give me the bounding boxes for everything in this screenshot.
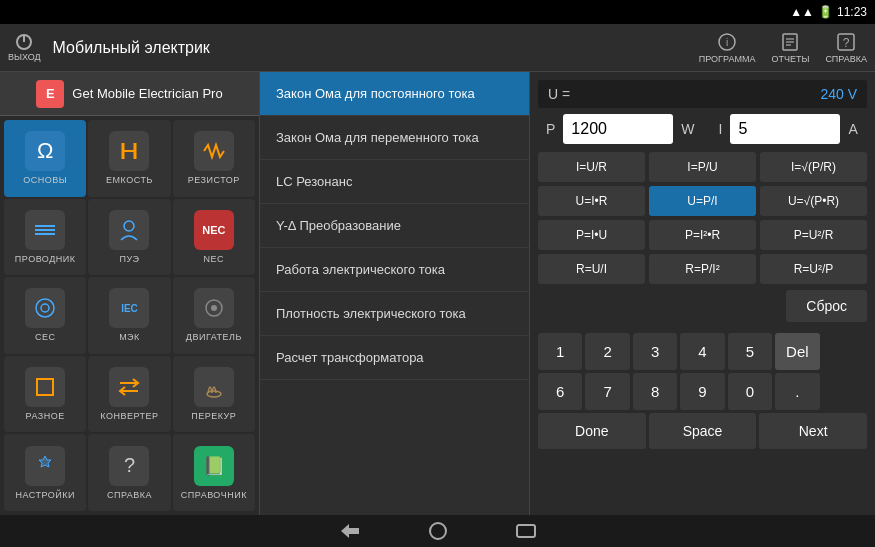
perekur-icon — [194, 367, 234, 407]
program-label: ПРОГРАММА — [699, 54, 756, 64]
i-input[interactable] — [730, 114, 840, 144]
exit-button[interactable]: ВЫХОД — [8, 33, 41, 62]
formula-uir[interactable]: U=I•R — [538, 186, 645, 216]
svg-rect-21 — [37, 379, 53, 395]
done-button[interactable]: Done — [538, 413, 646, 449]
time-display: 11:23 — [837, 5, 867, 19]
grid-item-nec[interactable]: NEC NEC — [173, 199, 255, 276]
w-label: W — [681, 121, 694, 137]
dot-button[interactable]: . — [775, 373, 819, 410]
mek-label: МЭК — [119, 332, 140, 342]
grid-item-nastroyki[interactable]: НАСТРОЙКИ — [4, 434, 86, 511]
formula-ipu[interactable]: I=P/U — [649, 152, 756, 182]
formula-upi[interactable]: U=P/I — [649, 186, 756, 216]
back-icon — [339, 522, 361, 540]
numpad-bottom: Done Space Next — [538, 413, 867, 449]
konverter-label: КОНВЕРТЕР — [100, 411, 158, 421]
grid-item-osnovy[interactable]: Ω ОСНОВЫ — [4, 120, 86, 197]
home-icon — [428, 521, 448, 541]
svg-point-16 — [124, 221, 134, 231]
num-8[interactable]: 8 — [633, 373, 677, 410]
menu-item-lc[interactable]: LC Резонанс — [260, 160, 529, 204]
next-button[interactable]: Next — [759, 413, 867, 449]
formula-ru2p[interactable]: R=U²/P — [760, 254, 867, 284]
formula-rpi2[interactable]: R=P/I² — [649, 254, 756, 284]
num-2[interactable]: 2 — [585, 333, 629, 370]
reports-label: ОТЧЕТЫ — [771, 54, 809, 64]
menu-panel: Закон Ома для постоянного тока Закон Ома… — [260, 72, 530, 515]
grid-item-pue[interactable]: ПУЭ — [88, 199, 170, 276]
grid-item-emkost[interactable]: ЕМКОСТЬ — [88, 120, 170, 197]
formula-rui[interactable]: R=U/I — [538, 254, 645, 284]
icon-grid: Ω ОСНОВЫ ЕМКОСТЬ РЕЗИСТОР — [0, 116, 259, 515]
back-button[interactable] — [336, 521, 364, 541]
signal-icon: ▲▲ — [790, 5, 814, 19]
promo-banner[interactable]: E Get Mobile Electrician Pro — [0, 72, 259, 116]
konverter-icon — [109, 367, 149, 407]
reset-button[interactable]: Сброс — [786, 290, 867, 322]
grid-item-mek[interactable]: IEC МЭК — [88, 277, 170, 354]
num-9[interactable]: 9 — [680, 373, 724, 410]
raznoe-label: РАЗНОЕ — [26, 411, 65, 421]
menu-item-ohm-dc[interactable]: Закон Ома для постоянного тока — [260, 72, 529, 116]
formula-piu[interactable]: P=I•U — [538, 220, 645, 250]
u-display-row: U = 240 V — [538, 80, 867, 108]
formula-uvpr[interactable]: U=√(P•R) — [760, 186, 867, 216]
num-5[interactable]: 5 — [728, 333, 772, 370]
num-0[interactable]: 0 — [728, 373, 772, 410]
osnovy-icon: Ω — [25, 131, 65, 171]
recents-button[interactable] — [512, 521, 540, 541]
dvigatel-label: ДВИГАТЕЛЬ — [186, 332, 242, 342]
spravka-icon: ? — [109, 446, 149, 486]
num-7[interactable]: 7 — [585, 373, 629, 410]
formula-grid: I=U/R I=P/U I=√(P/R) U=I•R U=P/I U=√(P•R… — [538, 152, 867, 284]
grid-item-rezistor[interactable]: РЕЗИСТОР — [173, 120, 255, 197]
p-input[interactable] — [563, 114, 673, 144]
grid-item-spravochnik[interactable]: 📗 СПРАВОЧНИК — [173, 434, 255, 511]
grid-item-provodnik[interactable]: ПРОВОДНИК — [4, 199, 86, 276]
menu-item-yd[interactable]: Y-Δ Преобразование — [260, 204, 529, 248]
num-6[interactable]: 6 — [538, 373, 582, 410]
menu-item-transform[interactable]: Расчет трансформатора — [260, 336, 529, 380]
del-button[interactable]: Del — [775, 333, 819, 370]
help-button[interactable]: ? СПРАВКА — [825, 32, 867, 64]
num-1[interactable]: 1 — [538, 333, 582, 370]
top-bar: ВЫХОД Мобильный электрик i ПРОГРАММА ОТЧ… — [0, 24, 875, 72]
osnovy-label: ОСНОВЫ — [23, 175, 67, 185]
spravochnik-label: СПРАВОЧНИК — [181, 490, 247, 500]
nastroyki-label: НАСТРОЙКИ — [15, 490, 75, 500]
svg-point-20 — [211, 305, 217, 311]
menu-item-ohm-ac[interactable]: Закон Ома для переменного тока — [260, 116, 529, 160]
formula-iur[interactable]: I=U/R — [538, 152, 645, 182]
promo-label: Get Mobile Electrician Pro — [72, 86, 222, 101]
formula-pu2r[interactable]: P=U²/R — [760, 220, 867, 250]
grid-item-dvigatel[interactable]: ДВИГАТЕЛЬ — [173, 277, 255, 354]
grid-item-konverter[interactable]: КОНВЕРТЕР — [88, 356, 170, 433]
menu-item-density[interactable]: Плотность электрического тока — [260, 292, 529, 336]
a-label: A — [848, 121, 857, 137]
u-label: U = — [548, 86, 570, 102]
i-label: I — [719, 121, 723, 137]
program-button[interactable]: i ПРОГРАММА — [699, 32, 756, 64]
numpad-row2: 6 7 8 9 0 . — [538, 373, 867, 410]
num-4[interactable]: 4 — [680, 333, 724, 370]
formula-ivpr[interactable]: I=√(P/R) — [760, 152, 867, 182]
grid-item-raznoe[interactable]: РАЗНОЕ — [4, 356, 86, 433]
provodnik-label: ПРОВОДНИК — [15, 254, 76, 264]
svg-text:i: i — [726, 37, 728, 48]
raznoe-icon — [25, 367, 65, 407]
grid-item-spravka[interactable]: ? СПРАВКА — [88, 434, 170, 511]
home-button[interactable] — [424, 521, 452, 541]
grid-item-ces[interactable]: СЕС — [4, 277, 86, 354]
menu-item-work[interactable]: Работа электрического тока — [260, 248, 529, 292]
grid-item-perekur[interactable]: ПЕРЕКУР — [173, 356, 255, 433]
reports-icon — [780, 32, 800, 52]
num-3[interactable]: 3 — [633, 333, 677, 370]
info-icon: i — [717, 32, 737, 52]
svg-text:?: ? — [843, 36, 850, 50]
help-icon: ? — [836, 32, 856, 52]
reports-button[interactable]: ОТЧЕТЫ — [771, 32, 809, 64]
recents-icon — [515, 523, 537, 539]
formula-pi2r[interactable]: P=I²•R — [649, 220, 756, 250]
space-button[interactable]: Space — [649, 413, 757, 449]
